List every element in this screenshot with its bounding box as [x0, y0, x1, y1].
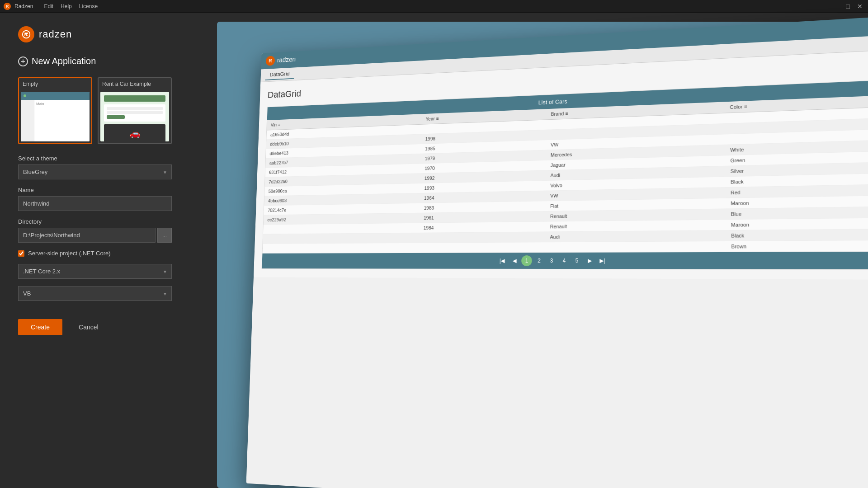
- name-label: Name: [18, 187, 172, 193]
- empty-main-label: Main: [36, 102, 44, 106]
- action-row: Create Cancel: [18, 319, 172, 335]
- cell-brand: Audi: [546, 230, 726, 242]
- cell-color: Black: [726, 229, 868, 241]
- preview-table-wrapper: List of Cars Vin ≡ Year ≡ Brand ≡ Color …: [261, 80, 868, 270]
- page-4-button[interactable]: 4: [559, 255, 570, 266]
- template-empty-label: Empty: [19, 78, 91, 90]
- app-icon: R: [4, 3, 11, 10]
- rent-form-row-2: [107, 111, 163, 114]
- minimize-button[interactable]: —: [831, 3, 841, 10]
- server-label: Server-side project (.NET Core): [28, 250, 111, 257]
- preview-window: R radzen ❮ DataGrid DataGrid List of Car…: [246, 16, 868, 488]
- cell-year: [419, 232, 546, 243]
- page-2-button[interactable]: 2: [534, 255, 545, 266]
- app-logo-bar: radzen: [18, 26, 172, 42]
- theme-label: Select a theme: [18, 155, 172, 162]
- rent-form-row-1: [107, 107, 163, 110]
- cell-brand: Renault: [546, 220, 726, 232]
- cell-vin: [263, 223, 420, 234]
- rent-car-bar: [104, 95, 165, 102]
- theme-group: Select a theme BlueGrey Default Dark Lig…: [18, 155, 172, 179]
- preview-table: Vin ≡ Year ≡ Brand ≡ Color ≡ a1653d4ddde…: [263, 95, 868, 253]
- dotnet-group: .NET Core 2.x .NET Core 3.x .NET 5 ▼: [18, 264, 172, 279]
- titlebar-title: Radzen: [14, 3, 33, 9]
- preview-brand-name: radzen: [277, 56, 296, 64]
- directory-input[interactable]: [18, 228, 156, 243]
- cell-year: [419, 242, 545, 253]
- directory-label: Directory: [18, 218, 172, 225]
- titlebar-left: R Radzen Edit Help License: [4, 3, 98, 10]
- rent-car-form: [104, 104, 165, 122]
- main-container: radzen + New Application Empty Main: [0, 13, 868, 488]
- page-1-button[interactable]: 1: [521, 255, 532, 266]
- name-input[interactable]: [18, 196, 172, 211]
- preview-pagination: |◀ ◀ 1 2 3 4 5 ▶ ▶|: [262, 252, 868, 269]
- create-button[interactable]: Create: [18, 319, 62, 335]
- empty-content: Main: [34, 100, 90, 141]
- page-3-button[interactable]: 3: [546, 255, 557, 266]
- server-checkbox-row: Server-side project (.NET Core): [18, 250, 172, 257]
- rent-car-image: 🚗: [104, 124, 165, 141]
- template-row: Empty Main Rent a Car Example: [18, 77, 172, 144]
- radzen-logo: [18, 26, 34, 42]
- menu-license[interactable]: License: [79, 3, 98, 9]
- titlebar-menus: Edit Help License: [44, 3, 98, 9]
- titlebar-controls: — □ ✕: [831, 3, 864, 10]
- page-title: New Application: [32, 56, 96, 66]
- directory-group: Directory ...: [18, 218, 172, 243]
- template-empty[interactable]: Empty Main: [18, 77, 92, 144]
- app-brand-name: radzen: [39, 28, 72, 40]
- page-5-button[interactable]: 5: [571, 255, 582, 266]
- empty-sidebar: [21, 100, 34, 141]
- theme-select-wrapper: BlueGrey Default Dark Light ▼: [18, 164, 172, 179]
- right-panel: R radzen ❮ DataGrid DataGrid List of Car…: [190, 13, 868, 488]
- rent-car-preview: 🚗: [100, 92, 169, 141]
- cell-year: 1961: [420, 211, 546, 223]
- page-heading: + New Application: [18, 56, 172, 66]
- cell-year: 1984: [419, 221, 546, 233]
- cell-color: Blue: [726, 206, 868, 220]
- template-empty-preview: Main: [21, 92, 90, 141]
- dotnet-select[interactable]: .NET Core 2.x .NET Core 3.x .NET 5: [18, 264, 172, 279]
- empty-topbar: [21, 92, 90, 100]
- cell-color: Brown: [726, 240, 868, 252]
- maximize-button[interactable]: □: [844, 3, 852, 10]
- page-prev-button[interactable]: ◀: [509, 255, 520, 266]
- lang-select[interactable]: VB C#: [18, 286, 172, 301]
- theme-select[interactable]: BlueGrey Default Dark Light: [18, 164, 172, 179]
- close-button[interactable]: ✕: [855, 3, 864, 10]
- preview-logo-icon: R: [266, 56, 275, 66]
- titlebar: R Radzen Edit Help License — □ ✕: [0, 0, 868, 13]
- page-last-button[interactable]: ▶|: [597, 255, 608, 266]
- new-app-icon: +: [18, 56, 28, 66]
- name-group: Name: [18, 187, 172, 211]
- cell-vin: [263, 243, 419, 253]
- directory-row: ...: [18, 228, 172, 243]
- page-next-button[interactable]: ▶: [584, 255, 595, 266]
- cell-color: Maroon: [726, 218, 868, 230]
- preview-content: DataGrid List of Cars Vin ≡ Year ≡ Brand…: [254, 50, 868, 280]
- template-rent-label: Rent a Car Example: [99, 78, 171, 90]
- menu-edit[interactable]: Edit: [44, 3, 53, 9]
- directory-browse-button[interactable]: ...: [157, 228, 172, 243]
- cell-brand: [545, 241, 726, 252]
- empty-main: Main: [21, 100, 90, 141]
- lang-group: VB C# ▼: [18, 286, 172, 301]
- left-panel: radzen + New Application Empty Main: [0, 13, 190, 488]
- template-rent-a-car[interactable]: Rent a Car Example 🚗: [98, 77, 172, 144]
- cell-vin: [263, 233, 419, 244]
- template-rent-preview: 🚗: [100, 92, 169, 141]
- cancel-button[interactable]: Cancel: [70, 319, 108, 335]
- rent-form-btn: [107, 115, 125, 119]
- empty-dot: [24, 94, 26, 97]
- page-first-button[interactable]: |◀: [497, 255, 507, 266]
- menu-help[interactable]: Help: [61, 3, 72, 9]
- lang-select-wrapper: VB C# ▼: [18, 286, 172, 301]
- server-checkbox[interactable]: [18, 250, 24, 257]
- dotnet-select-wrapper: .NET Core 2.x .NET Core 3.x .NET 5 ▼: [18, 264, 172, 279]
- preview-tab-datagrid[interactable]: DataGrid: [265, 69, 294, 80]
- preview-logo: R radzen: [266, 55, 296, 66]
